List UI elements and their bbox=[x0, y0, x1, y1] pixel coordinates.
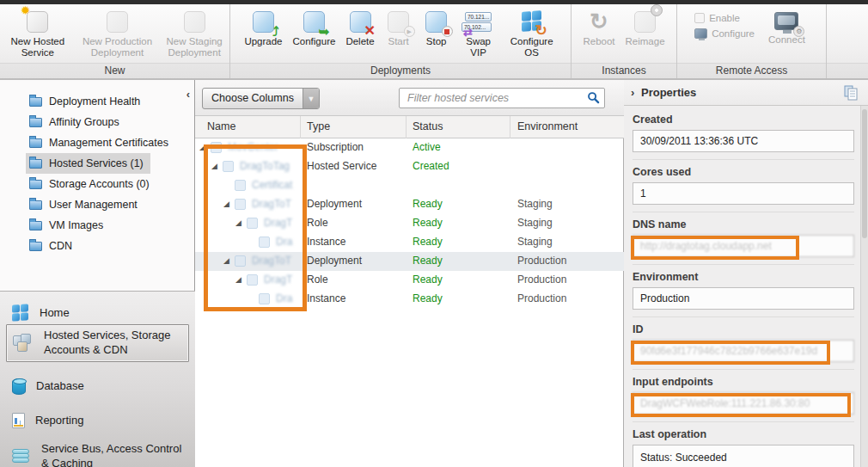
reboot-button[interactable]: ↻ Reboot bbox=[579, 6, 618, 49]
stop-button[interactable]: Stop bbox=[419, 6, 454, 49]
ribbon-group-label-instances: Instances bbox=[572, 63, 676, 78]
upgrade-button[interactable]: ⤴ Upgrade bbox=[241, 6, 285, 49]
nav-item-hosted-services-storage-cdn[interactable]: Hosted Services, Storage Accounts & CDN bbox=[6, 324, 189, 362]
sidebar: ‹ Deployment Health Affinity Groups Mana… bbox=[0, 80, 195, 467]
reboot-icon: ↻ bbox=[585, 8, 613, 35]
home-icon bbox=[12, 304, 29, 322]
ribbon-group-label-deployments: Deployments bbox=[230, 63, 571, 78]
hosted-services-list-panel: Choose Columns ▼ Name Type Status Enviro… bbox=[195, 80, 624, 467]
folder-icon bbox=[29, 200, 42, 210]
field-input-endpoints: Input endpoints DragWCFWebRole:111.221.8… bbox=[633, 369, 854, 415]
sidebar-item-cdn[interactable]: CDN bbox=[26, 236, 79, 256]
configure-os-button[interactable]: ↻ Configure OS bbox=[504, 6, 560, 60]
new-staging-deployment-button[interactable]: New Staging Deployment bbox=[159, 6, 229, 60]
redaction-box-id bbox=[631, 341, 830, 365]
properties-panel: › Properties Created 30/09/2011 13:36:36… bbox=[624, 80, 868, 467]
configure-os-icon: ↻ bbox=[518, 8, 546, 35]
connect-icon: ⚙ bbox=[772, 8, 801, 34]
checkbox-icon bbox=[694, 13, 705, 23]
properties-body: Created 30/09/2011 13:36:36 UTC Cores us… bbox=[633, 108, 854, 467]
choose-columns-button[interactable]: Choose Columns ▼ bbox=[202, 88, 320, 109]
nav-item-reporting[interactable]: Reporting bbox=[0, 408, 195, 433]
chevron-down-icon[interactable]: ▼ bbox=[303, 89, 319, 108]
new-hosted-service-icon: ✹ bbox=[24, 8, 52, 35]
azure-management-portal: ✹ New Hosted Service New Production Depl… bbox=[0, 0, 868, 467]
table-header: Name Type Status Environment bbox=[195, 116, 624, 138]
column-header-environment[interactable]: Environment bbox=[517, 120, 578, 132]
sidebar-item-hosted-services[interactable]: Hosted Services (1) bbox=[26, 153, 150, 174]
ribbon-group-remote-access: Enable Configure ⚙ Connect Remote Access bbox=[677, 4, 827, 78]
delete-icon: ✕ bbox=[346, 8, 374, 35]
nav-item-service-bus[interactable]: Service Bus, Access Control & Caching bbox=[0, 439, 195, 467]
column-header-type[interactable]: Type bbox=[307, 120, 330, 132]
cubes-stack-icon bbox=[13, 334, 34, 353]
monitor-small-icon bbox=[694, 28, 707, 39]
connect-button[interactable]: ⚙ Connect bbox=[765, 6, 809, 47]
start-icon: ▶ bbox=[385, 8, 413, 35]
nav-item-database[interactable]: Database bbox=[0, 373, 195, 399]
environment-value: Production bbox=[633, 287, 854, 310]
scrollbar-thumb[interactable] bbox=[862, 109, 867, 238]
redaction-box-dns bbox=[631, 236, 799, 260]
database-icon bbox=[12, 378, 26, 395]
enable-remote-access-checkbox[interactable]: Enable bbox=[694, 13, 755, 23]
new-hosted-service-button[interactable]: ✹ New Hosted Service bbox=[0, 6, 76, 60]
configure-remote-access-button[interactable]: Configure bbox=[694, 28, 755, 39]
field-environment: Environment Production bbox=[633, 264, 854, 310]
ribbon-group-instances: ↻ Reboot Reimage Instances bbox=[572, 4, 677, 78]
ribbon-group-deployments: ⤴ Upgrade ➥ Configure ✕ Delete bbox=[230, 4, 572, 78]
folder-icon bbox=[29, 242, 42, 251]
sidebar-item-storage-accounts[interactable]: Storage Accounts (0) bbox=[26, 174, 156, 194]
redaction-box-endpoints bbox=[631, 393, 851, 417]
reimage-icon bbox=[632, 8, 659, 35]
ribbon-group-new: ✹ New Hosted Service New Production Depl… bbox=[0, 4, 230, 78]
folder-icon bbox=[29, 118, 42, 127]
service-bus-layers-icon bbox=[12, 449, 31, 464]
column-header-name[interactable]: Name bbox=[207, 120, 235, 132]
sidebar-nav: Home Hosted Services, Storage Accounts &… bbox=[0, 291, 195, 467]
start-button[interactable]: ▶ Start bbox=[382, 6, 416, 49]
folder-icon bbox=[29, 180, 42, 189]
sidebar-item-affinity-groups[interactable]: Affinity Groups bbox=[26, 112, 126, 132]
new-staging-deployment-icon bbox=[180, 8, 208, 35]
collapse-properties-icon[interactable]: › bbox=[631, 86, 634, 99]
created-value: 30/09/2011 13:36:36 UTC bbox=[633, 130, 854, 152]
swap-vip-icon: 70.121... 70.102... ⇄ bbox=[465, 8, 492, 35]
sidebar-tree: ‹ Deployment Health Affinity Groups Mana… bbox=[0, 80, 194, 291]
swap-vip-button[interactable]: 70.121... 70.102... ⇄ Swap VIP bbox=[457, 6, 500, 60]
last-operation-box: Status: Succeeded Last operation: Promot… bbox=[633, 445, 854, 467]
sidebar-item-user-management[interactable]: User Management bbox=[26, 194, 144, 215]
new-production-deployment-button[interactable]: New Production Deployment bbox=[79, 6, 156, 60]
sidebar-item-management-certificates[interactable]: Management Certificates bbox=[26, 132, 175, 153]
search-icon[interactable] bbox=[587, 91, 600, 104]
filter-field-wrap bbox=[399, 88, 605, 108]
nav-item-home[interactable]: Home bbox=[0, 302, 195, 324]
ribbon-filler bbox=[827, 4, 868, 78]
filter-hosted-services-input[interactable] bbox=[399, 88, 605, 108]
folder-icon bbox=[29, 159, 42, 169]
copy-properties-icon[interactable] bbox=[844, 85, 858, 101]
configure-deployment-button[interactable]: ➥ Configure bbox=[290, 6, 339, 49]
new-production-deployment-icon bbox=[103, 8, 131, 35]
field-cores-used: Cores used 1 bbox=[633, 159, 854, 205]
collapse-sidebar-icon[interactable]: ‹ bbox=[186, 88, 190, 101]
sidebar-item-vm-images[interactable]: VM Images bbox=[26, 215, 110, 236]
folder-icon bbox=[29, 138, 42, 148]
reimage-button[interactable]: Reimage bbox=[622, 6, 669, 49]
configure-deployment-icon: ➥ bbox=[300, 8, 327, 35]
cores-used-value: 1 bbox=[633, 182, 854, 205]
redaction-box-names bbox=[204, 144, 307, 311]
reporting-icon bbox=[12, 413, 25, 428]
field-dns-name: DNS name http://dragtotag.cloudapp.net bbox=[633, 212, 854, 257]
list-toolbar: Choose Columns ▼ bbox=[195, 80, 624, 116]
column-header-status[interactable]: Status bbox=[413, 120, 443, 132]
properties-scrollbar[interactable] bbox=[860, 106, 868, 467]
ribbon: ✹ New Hosted Service New Production Depl… bbox=[0, 4, 868, 80]
folder-icon bbox=[29, 97, 42, 107]
folder-icon bbox=[29, 221, 42, 230]
delete-button[interactable]: ✕ Delete bbox=[342, 6, 377, 49]
stop-icon bbox=[423, 8, 450, 35]
sidebar-item-deployment-health[interactable]: Deployment Health bbox=[26, 91, 147, 112]
ribbon-group-label-remote-access: Remote Access bbox=[677, 63, 826, 78]
field-id: ID 90fd6e3f177946c7822b9766e637e19d bbox=[633, 316, 854, 362]
